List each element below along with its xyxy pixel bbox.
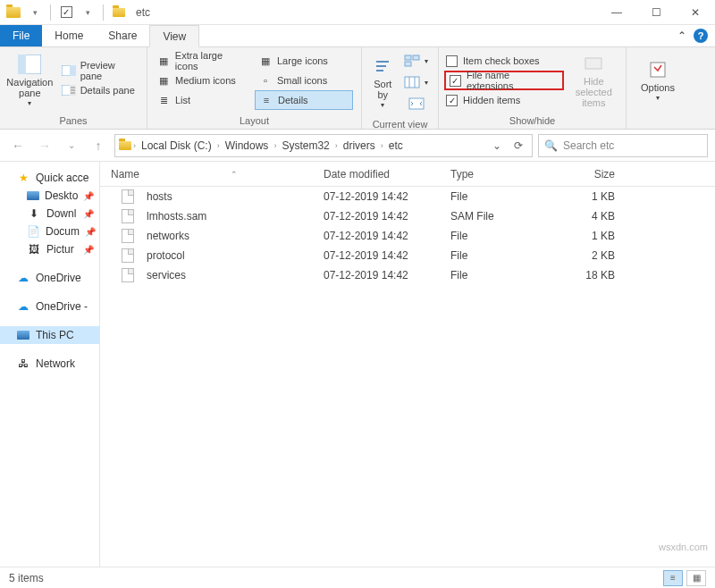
col-header-size[interactable]: Size <box>551 168 640 181</box>
crumb-3[interactable]: drivers <box>340 139 379 152</box>
crumb-2[interactable]: System32 <box>278 139 332 152</box>
group-options: Options ▾ <box>627 47 689 129</box>
svg-rect-19 <box>585 58 601 69</box>
file-date: 07-12-2019 14:42 <box>324 230 450 242</box>
nav-label: Network <box>36 357 75 370</box>
qat-dropdown-icon[interactable]: ▾ <box>25 3 45 22</box>
window-title: etc <box>136 6 150 19</box>
tab-file[interactable]: File <box>0 25 42 46</box>
group-by-button[interactable]: ▾ <box>400 51 433 71</box>
dropdown-icon: ▾ <box>28 100 31 108</box>
layout-medium[interactable]: ▦Medium icons <box>153 71 251 90</box>
file-name: protocol <box>147 249 185 262</box>
title-bar: ▾ ✓ ▾ etc — ☐ ✕ <box>0 0 715 25</box>
nav-pictures[interactable]: 🖼Pictur📌 <box>0 240 99 258</box>
file-type: File <box>450 190 551 203</box>
add-columns-button[interactable]: ▾ <box>400 72 433 92</box>
file-row[interactable]: hosts07-12-2019 14:42File1 KB <box>100 187 715 206</box>
forward-button[interactable]: → <box>34 135 55 156</box>
nav-downloads[interactable]: ⬇Downl📌 <box>0 205 99 223</box>
hidden-items-toggle[interactable]: ✓ Hidden items <box>444 90 564 110</box>
layout-extra-large[interactable]: ▦Extra large icons <box>153 51 251 71</box>
navigation-pane[interactable]: ★Quick acce Deskto📌 ⬇Downl📌 📄Docum📌 🖼Pic… <box>0 162 100 567</box>
nav-label: Deskto <box>45 189 78 202</box>
folder-icon[interactable] <box>4 3 23 22</box>
nav-documents[interactable]: 📄Docum📌 <box>0 223 99 240</box>
file-ext-label: File name extensions <box>467 70 559 91</box>
col-header-date[interactable]: Date modified <box>324 168 450 181</box>
up-button[interactable]: ↑ <box>88 135 109 156</box>
preview-pane-button[interactable]: Preview pane <box>58 61 141 80</box>
checkbox-unchecked-icon <box>446 55 458 67</box>
nav-quick-access[interactable]: ★Quick acce <box>0 169 99 187</box>
qat-dropdown2-icon[interactable]: ▾ <box>78 3 97 22</box>
crumb-1[interactable]: Windows <box>222 139 273 152</box>
file-extensions-toggle[interactable]: ✓ File name extensions <box>444 71 564 90</box>
history-dropdown-icon[interactable]: ⌄ <box>487 139 507 152</box>
window-controls: — ☐ ✕ <box>597 0 715 25</box>
file-name: services <box>147 269 186 281</box>
view-details-toggle[interactable]: ≡ <box>663 570 683 586</box>
layout-small[interactable]: ▫Small icons <box>255 71 353 90</box>
sort-by-icon <box>370 55 395 77</box>
nav-this-pc[interactable]: This PC <box>0 326 99 344</box>
extra-large-icons-icon: ▦ <box>156 55 171 67</box>
nav-network[interactable]: 🖧Network <box>0 355 99 373</box>
file-name: networks <box>147 230 189 242</box>
refresh-icon[interactable]: ⟳ <box>509 139 528 152</box>
minimize-button[interactable]: — <box>597 0 636 25</box>
large-icons-icon: ▦ <box>258 55 273 67</box>
size-columns-button[interactable] <box>400 94 433 113</box>
add-columns-icon <box>404 76 420 88</box>
details-icon: ≡ <box>259 94 273 106</box>
back-button[interactable]: ← <box>7 135 29 156</box>
col-header-name[interactable]: Name⌃ <box>100 168 324 181</box>
crumb-0[interactable]: Local Disk (C:) <box>138 139 215 152</box>
options-button[interactable]: Options ▾ <box>633 51 683 110</box>
file-row[interactable]: lmhosts.sam07-12-2019 14:42SAM File4 KB <box>100 206 715 226</box>
group-layout-label: Layout <box>147 113 361 129</box>
breadcrumb-bar[interactable]: › Local Disk (C:) › Windows › System32 ›… <box>114 134 533 157</box>
file-type: File <box>450 249 551 262</box>
col-header-type[interactable]: Type <box>450 168 551 181</box>
svg-rect-13 <box>413 55 419 60</box>
maximize-button[interactable]: ☐ <box>636 0 676 25</box>
details-pane-button[interactable]: Details pane <box>58 80 141 100</box>
file-type: File <box>450 230 551 242</box>
close-button[interactable]: ✕ <box>676 0 715 25</box>
group-panes: Navigation pane ▾ Preview pane Details p… <box>0 47 147 129</box>
crumb-4[interactable]: etc <box>385 139 407 152</box>
nav-desktop[interactable]: Deskto📌 <box>0 187 99 205</box>
recent-dropdown[interactable]: ⌄ <box>61 135 82 156</box>
search-input[interactable]: 🔍 Search etc <box>538 134 708 157</box>
view-thumbnails-toggle[interactable]: ▦ <box>686 570 706 586</box>
hide-selected-button: Hide selected items <box>568 51 620 110</box>
file-name: lmhosts.sam <box>147 210 206 223</box>
col-name-label: Name <box>111 168 139 181</box>
layout-large[interactable]: ▦Large icons <box>255 51 353 71</box>
group-showhide-label: Show/hide <box>439 113 626 129</box>
nav-pane-button[interactable]: Navigation pane ▾ <box>5 51 55 110</box>
tab-share[interactable]: Share <box>96 25 149 46</box>
details-pane-label: Details pane <box>80 85 135 96</box>
sort-by-button[interactable]: Sort by ▾ <box>367 51 399 113</box>
nav-onedrive[interactable]: ☁OneDrive <box>0 269 99 287</box>
properties-icon[interactable]: ✓ <box>56 3 76 22</box>
item-check-boxes-toggle[interactable]: Item check boxes <box>444 51 564 71</box>
file-row[interactable]: services07-12-2019 14:42File18 KB <box>100 265 715 285</box>
file-row[interactable]: protocol07-12-2019 14:42File2 KB <box>100 246 715 265</box>
list-icon: ≣ <box>156 94 171 106</box>
help-icon[interactable]: ? <box>694 29 708 43</box>
file-icon <box>122 229 134 243</box>
network-icon: 🖧 <box>16 357 30 370</box>
layout-details[interactable]: ≡Details <box>255 90 353 110</box>
file-row[interactable]: networks07-12-2019 14:42File1 KB <box>100 226 715 246</box>
quick-access-toolbar: ▾ ✓ ▾ etc <box>0 3 154 22</box>
group-showhide: Item check boxes ✓ File name extensions … <box>439 47 627 129</box>
layout-list[interactable]: ≣List <box>153 90 251 110</box>
nav-onedrive2[interactable]: ☁OneDrive - <box>0 298 99 315</box>
tab-view[interactable]: View <box>149 25 199 47</box>
collapse-ribbon-icon[interactable]: ⌃ <box>677 29 686 42</box>
tab-home[interactable]: Home <box>42 25 96 46</box>
file-list[interactable]: Name⌃ Date modified Type Size hosts07-12… <box>100 162 715 567</box>
